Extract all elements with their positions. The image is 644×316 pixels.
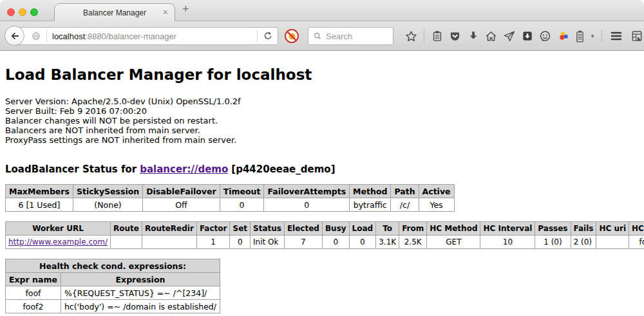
status-heading-suffix: [p4420eeae_demo]	[231, 163, 335, 175]
server-info: Server Version: Apache/2.5.0-dev (Unix) …	[5, 97, 639, 145]
home-icon[interactable]	[484, 29, 498, 43]
page-content: Load Balancer Manager for localhost Serv…	[0, 51, 644, 315]
table-row: 6 [1 Used] (None) Off 0 0 bytraffic /c/ …	[6, 198, 455, 212]
notice-line: Balancers are NOT inherited from main se…	[5, 125, 639, 135]
urlbar-divider	[257, 30, 258, 42]
balancer-demo-link[interactable]: balancer://demo	[140, 163, 228, 175]
column-header: StickySession	[73, 185, 142, 198]
worker-url-link[interactable]: http://www.example.com/	[8, 237, 108, 246]
column-header: Expression	[61, 273, 220, 286]
new-tab-button[interactable]: +	[182, 3, 189, 16]
column-header: From	[399, 222, 427, 236]
table-cell: 6 [1 Used]	[6, 198, 73, 212]
browser-tab[interactable]: Balancer Manager ×	[54, 3, 175, 22]
download-helper-icon[interactable]	[520, 29, 534, 43]
search-icon	[313, 32, 322, 41]
pocket-icon[interactable]	[448, 29, 462, 43]
clipboard-icon[interactable]	[430, 29, 444, 43]
toolbar-addons: ▾	[404, 26, 644, 46]
toolbar-divider	[424, 30, 424, 42]
column-header: Load	[349, 222, 376, 236]
table-cell: 7	[284, 236, 322, 249]
table-cell: /c/	[391, 198, 419, 212]
notice-line: Balancer changes will NOT be persisted o…	[5, 116, 639, 125]
url-path: :8880/balancer-manager	[85, 32, 176, 41]
web-clipper-icon[interactable]	[629, 29, 644, 43]
column-header: Factor	[196, 222, 230, 236]
url-bar[interactable]: localhost:8880/balancer-manager	[14, 27, 278, 45]
table-cell: 0	[230, 236, 251, 249]
battery-icon[interactable]	[574, 29, 585, 43]
column-header: Path	[391, 185, 419, 198]
table-cell: Yes	[419, 198, 454, 212]
table-cell	[596, 236, 629, 249]
browser-window: Balancer Manager × + localhost:8880/bala…	[0, 0, 644, 316]
column-header: Elected	[284, 222, 322, 236]
close-window-button[interactable]	[7, 8, 15, 16]
column-header: Active	[419, 185, 454, 198]
table-cell: 3.1K	[376, 236, 399, 249]
tab-close-icon[interactable]: ×	[163, 7, 168, 17]
reload-icon[interactable]	[263, 31, 273, 41]
downloads-icon[interactable]	[466, 29, 480, 43]
dropdown-caret-icon[interactable]: ▾	[589, 29, 596, 43]
send-plane-icon[interactable]	[502, 29, 516, 43]
expression-cell: hc('body') =~ /domain is established/	[61, 300, 220, 313]
table-cell	[142, 236, 196, 249]
column-header: Timeout	[220, 185, 264, 198]
column-header: Expr name	[6, 273, 61, 286]
toolbar-divider	[601, 30, 602, 42]
bookmark-star-icon[interactable]	[404, 29, 418, 43]
url-text: localhost:8880/balancer-manager	[52, 32, 176, 41]
column-header: Method	[350, 185, 391, 198]
column-header: FailoverAttempts	[264, 185, 350, 198]
url-host: localhost	[52, 32, 85, 41]
search-input[interactable]	[326, 32, 388, 41]
minimize-window-button[interactable]	[19, 8, 26, 16]
column-header: HC Expr	[629, 222, 644, 236]
table-row: http://www.example.com/ 1 0 Init Ok 7 0 …	[6, 236, 644, 249]
column-header: MaxMembers	[6, 185, 73, 198]
column-header: HC uri	[596, 222, 629, 236]
table-cell: GET	[427, 236, 480, 249]
smiley-chat-icon[interactable]	[538, 29, 552, 43]
zoom-window-button[interactable]	[30, 8, 38, 16]
page-title: Load Balancer Manager for localhost	[5, 51, 639, 83]
balancer-settings-table: MaxMembers StickySession DisableFailover…	[5, 184, 455, 212]
table-header-row: Worker URL Route RouteRedir Factor Set S…	[6, 222, 644, 236]
table-title-row: Health check cond. expressions:	[6, 259, 220, 273]
menu-hamburger-icon[interactable]	[608, 29, 625, 43]
column-header: Worker URL	[6, 222, 111, 236]
globe-icon	[31, 31, 41, 41]
status-heading-prefix: LoadBalancer Status for	[5, 163, 137, 175]
expr-name-cell: foof2	[6, 300, 61, 313]
column-header: To	[376, 222, 399, 236]
column-header: Busy	[322, 222, 349, 236]
expr-name-cell: foof	[6, 286, 61, 300]
table-cell: bytraffic	[350, 198, 391, 212]
expression-cell: %{REQUEST_STATUS} =~ /^[234]/	[61, 286, 220, 300]
table-cell: 1 (0)	[535, 236, 571, 249]
table-cell	[111, 236, 142, 249]
notice-line: ProxyPass settings are NOT inherited fro…	[5, 135, 639, 145]
worker-status-table: Worker URL Route RouteRedir Factor Set S…	[5, 221, 644, 249]
search-bar	[308, 27, 393, 45]
flashblock-icon[interactable]	[284, 28, 299, 44]
tab-title: Balancer Manager	[83, 8, 146, 17]
table-title: Health check cond. expressions:	[6, 259, 220, 273]
table-cell: 2 (0)	[571, 236, 596, 249]
table-cell: 0	[264, 198, 350, 212]
table-row: foof2 hc('body') =~ /domain is establish…	[6, 300, 220, 313]
server-built-line: Server Built: Feb 9 2016 07:00:20	[5, 106, 639, 116]
table-header-row: Expr name Expression	[6, 273, 220, 286]
column-header: Set	[230, 222, 251, 236]
table-cell: (None)	[73, 198, 142, 212]
column-header: RouteRedir	[142, 222, 196, 236]
colorful-dots-icon[interactable]	[556, 29, 570, 43]
table-cell: http://www.example.com/	[6, 236, 111, 249]
health-check-table: Health check cond. expressions: Expr nam…	[5, 259, 220, 313]
table-cell: 1	[196, 236, 230, 249]
column-header: HC Interval	[480, 222, 535, 236]
back-button[interactable]	[5, 26, 24, 46]
column-header: DisableFailover	[143, 185, 220, 198]
